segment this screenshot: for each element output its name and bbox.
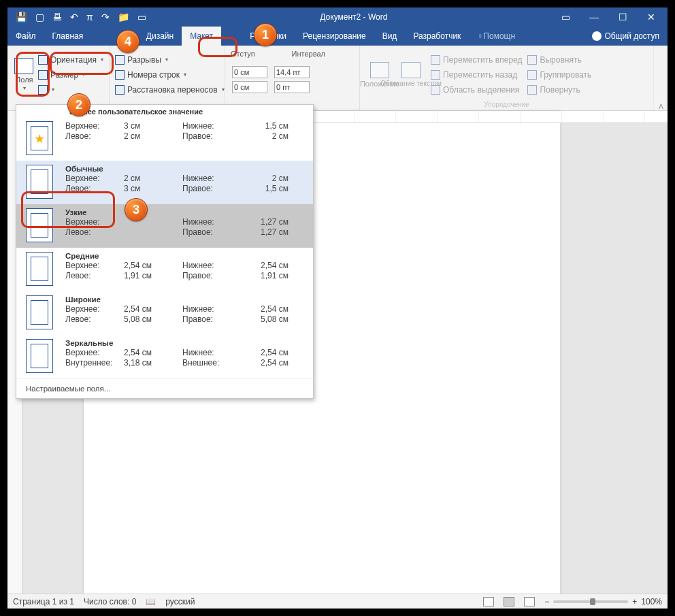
margin-thumb-icon: [26, 165, 53, 199]
status-bar: Страница 1 из 1 Число слов: 0 📖 русский …: [7, 594, 668, 609]
orientation-icon: [38, 55, 48, 65]
word-count[interactable]: Число слов: 0: [84, 597, 136, 606]
dd-last-custom-header: Заднее пользовательское значение: [16, 105, 313, 117]
margin-thumb-icon: [26, 339, 53, 373]
send-backward-button: Переместить назад: [431, 68, 522, 82]
ribbon: Поля▾ Ориентация▾ Размер▾ ▾ Разрывы▾ Ном…: [7, 46, 668, 111]
tab-review[interactable]: Рецензирование: [295, 27, 374, 46]
margin-preset-item[interactable]: Обычные Верхнее:2 смНижнее:2 см Левое:3 …: [16, 161, 313, 204]
hyphenation-button[interactable]: Расстановка переносов▾: [115, 83, 225, 97]
language[interactable]: русский: [165, 597, 195, 606]
window-title: Документ2 - Word: [154, 12, 553, 22]
collapse-ribbon-icon[interactable]: ᐱ: [654, 46, 668, 110]
ribbon-options-icon[interactable]: ▭: [553, 7, 578, 27]
touch-icon[interactable]: ▭: [137, 12, 146, 22]
position-icon: [370, 62, 389, 78]
wrap-text-button: Обтекание текстом: [397, 48, 425, 101]
tab-references[interactable]: [221, 27, 242, 46]
badge-4: 4: [116, 30, 139, 53]
margin-preset-item[interactable]: Зеркальные Верхнее:2,54 смНижнее:2,54 см…: [16, 335, 313, 378]
margin-thumb-icon: [26, 252, 53, 286]
proofing-icon[interactable]: 📖: [146, 597, 156, 606]
open-icon[interactable]: 📁: [118, 12, 129, 22]
read-mode-icon[interactable]: [483, 597, 494, 606]
breaks-icon: [115, 55, 125, 65]
selection-pane-button: Область выделения: [431, 83, 522, 97]
margins-dropdown: Заднее пользовательское значение ★ Верхн…: [16, 104, 314, 399]
tell-me[interactable]: ♀ Помощн: [469, 27, 523, 46]
size-button[interactable]: Размер▾: [38, 68, 103, 82]
titlebar: 💾 ▢ 🖶 ↶ π ↷ 📁 ▭ Документ2 - Word ▭ — ☐ ✕: [7, 7, 668, 27]
margin-thumb-icon: [26, 208, 53, 242]
columns-icon: [38, 85, 48, 95]
zoom-control[interactable]: − + 100%: [544, 597, 662, 606]
maximize-icon[interactable]: ☐: [610, 7, 635, 27]
print-icon[interactable]: 🖶: [52, 12, 62, 22]
interval-label: Интервал: [292, 50, 325, 58]
redo-icon[interactable]: ↷: [101, 12, 110, 22]
margin-preset-item[interactable]: ★ Верхнее:3 смНижнее:1,5 см Левое:2 смПр…: [16, 117, 313, 161]
tab-developer[interactable]: Разработчик: [405, 27, 469, 46]
size-icon: [38, 70, 48, 80]
share-button[interactable]: Общий доступ: [584, 27, 668, 46]
undo-icon[interactable]: ↶: [70, 12, 78, 22]
badge-3: 3: [125, 198, 148, 221]
tab-layout[interactable]: Макет: [182, 27, 221, 46]
tab-home[interactable]: Главная: [44, 27, 92, 46]
columns-button[interactable]: ▾: [38, 83, 103, 97]
margins-icon: [14, 58, 33, 74]
page-count[interactable]: Страница 1 из 1: [13, 597, 74, 606]
margin-thumb-icon: ★: [26, 121, 53, 155]
custom-margins-item[interactable]: Настраиваемые поля...: [16, 378, 313, 398]
tab-design[interactable]: Дизайн: [138, 27, 182, 46]
new-icon[interactable]: ▢: [35, 12, 44, 22]
position-button: Положение: [365, 48, 394, 101]
zoom-out-icon[interactable]: −: [544, 597, 549, 606]
indent-right-input[interactable]: [231, 80, 267, 94]
badge-2: 2: [67, 93, 90, 116]
web-layout-icon[interactable]: [524, 597, 535, 606]
zoom-in-icon[interactable]: +: [632, 597, 637, 606]
margin-preset-item[interactable]: Средние Верхнее:2,54 смНижнее:2,54 см Ле…: [16, 248, 313, 291]
indent-label: Отступ: [231, 50, 255, 58]
line-numbers-icon: [115, 70, 125, 80]
margin-thumb-icon: [26, 295, 53, 329]
align-button: Выровнять: [527, 53, 591, 67]
wrap-icon: [401, 62, 421, 78]
user-icon: [592, 31, 602, 41]
group-button: Группировать: [527, 68, 591, 82]
orientation-button[interactable]: Ориентация▾: [38, 53, 103, 67]
ribbon-tabs: Файл Главная Вставка Дизайн Макет Рассыл…: [7, 27, 668, 46]
breaks-button[interactable]: Разрывы▾: [115, 53, 225, 67]
arrange-group-label: Упорядочение: [365, 101, 648, 109]
zoom-level[interactable]: 100%: [641, 597, 662, 606]
tab-file[interactable]: Файл: [7, 27, 44, 46]
close-icon[interactable]: ✕: [639, 7, 663, 27]
rotate-button: Повернуть: [527, 83, 591, 97]
space-after-input[interactable]: [273, 80, 310, 94]
indent-left-input[interactable]: [231, 65, 267, 79]
save-icon[interactable]: 💾: [16, 12, 27, 22]
hyphen-icon: [115, 85, 125, 95]
minimize-icon[interactable]: —: [582, 7, 606, 27]
margin-preset-item[interactable]: Узкие Верхнее:Нижнее:1,27 см Левое:Право…: [16, 204, 313, 248]
quick-access-toolbar: 💾 ▢ 🖶 ↶ π ↷ 📁 ▭: [7, 12, 154, 22]
margin-preset-item[interactable]: Широкие Верхнее:2,54 смНижнее:2,54 см Ле…: [16, 291, 313, 335]
print-layout-icon[interactable]: [504, 597, 514, 606]
margins-button[interactable]: Поля▾: [13, 48, 35, 101]
equation-icon[interactable]: π: [86, 12, 93, 22]
tab-view[interactable]: Вид: [374, 27, 406, 46]
bring-forward-button: Переместить вперед: [431, 53, 522, 67]
space-before-input[interactable]: [273, 65, 310, 79]
line-numbers-button[interactable]: Номера строк▾: [115, 68, 225, 82]
badge-1: 1: [254, 23, 277, 46]
